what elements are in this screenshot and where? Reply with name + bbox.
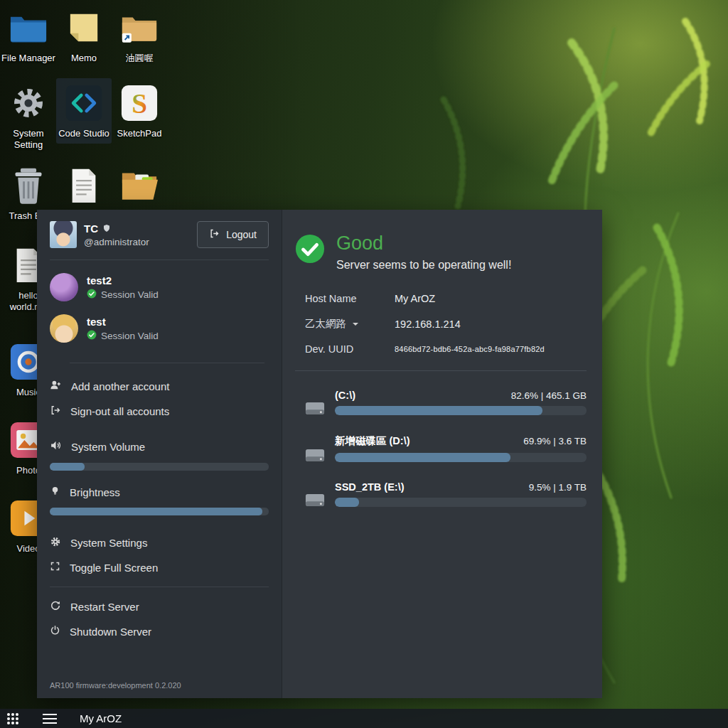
status-title: Good bbox=[336, 232, 511, 255]
network-interface-dropdown[interactable]: 乙太網路 bbox=[305, 317, 395, 331]
hostname-label: Host Name bbox=[305, 293, 395, 304]
desktop-icon-label: Code Studio bbox=[58, 128, 109, 139]
status-check-icon bbox=[295, 234, 325, 267]
signout-all-item[interactable]: Sign-out all accounts bbox=[50, 399, 269, 424]
divider bbox=[50, 259, 269, 260]
firmware-version: AR100 firmware:development 0.2.020 bbox=[50, 674, 269, 690]
logout-icon bbox=[209, 228, 220, 241]
hard-drive-icon bbox=[305, 449, 325, 462]
document-icon bbox=[70, 165, 98, 206]
user-identity: TC @administrator bbox=[84, 223, 149, 247]
account-status: Session Valid bbox=[101, 331, 159, 341]
svg-text:S: S bbox=[132, 88, 147, 119]
speaker-icon bbox=[50, 439, 62, 454]
sign-out-icon bbox=[50, 405, 61, 418]
server-status-panel: Good Server seems to be operating well! … bbox=[282, 210, 602, 698]
menu-label: Brightness bbox=[70, 486, 120, 498]
uuid-row: Dev. UUID 8466bd72-bdb6-452a-abc9-fa98a7… bbox=[295, 343, 587, 355]
fullscreen-icon bbox=[50, 561, 60, 574]
desktop-icon-memo[interactable]: Memo bbox=[56, 3, 112, 68]
menu-label: System Settings bbox=[70, 537, 147, 549]
system-settings-item[interactable]: System Settings bbox=[50, 530, 269, 555]
ip-address-value: 192.168.1.214 bbox=[395, 318, 461, 330]
desktop-icon-label: File Manager bbox=[1, 53, 55, 64]
menu-label: Add another account bbox=[71, 380, 169, 392]
user-header: TC @administrator Logout bbox=[50, 221, 269, 248]
user-menu: TC @administrator Logout test2 Session V… bbox=[37, 210, 282, 698]
uuid-label: Dev. UUID bbox=[305, 343, 395, 355]
network-interface-label: 乙太網路 bbox=[305, 317, 346, 331]
desktop-icon-system-setting[interactable]: System Setting bbox=[1, 78, 56, 154]
disk-usage-bar bbox=[335, 453, 587, 462]
toggle-fullscreen-item[interactable]: Toggle Full Screen bbox=[50, 555, 269, 579]
taskbar: My ArOZ bbox=[0, 709, 728, 728]
chevron-down-icon bbox=[353, 323, 358, 328]
menu-label: Restart Server bbox=[70, 601, 139, 613]
shortcut-folder-icon bbox=[121, 7, 158, 48]
menu-label: System Volume bbox=[71, 441, 145, 453]
brightness-label-row: Brightness bbox=[50, 480, 269, 504]
check-circle-icon bbox=[87, 330, 97, 342]
trash-icon bbox=[11, 165, 46, 206]
sketchpad-icon: S bbox=[121, 82, 158, 124]
hamburger-menu-icon[interactable] bbox=[43, 714, 57, 724]
desktop-icon-shortcut-folder[interactable]: 油圓喔 bbox=[112, 3, 167, 68]
desktop-icon-folder-document[interactable] bbox=[112, 161, 167, 215]
account-name: test bbox=[87, 316, 159, 328]
add-user-icon bbox=[50, 379, 62, 393]
desktop-icon-sketchpad[interactable]: S SketchPad bbox=[112, 78, 167, 144]
gear-icon bbox=[50, 536, 61, 550]
taskbar-title: My ArOZ bbox=[80, 712, 122, 724]
check-circle-icon bbox=[87, 289, 97, 301]
folder-document-icon bbox=[121, 165, 158, 206]
account-item-test2[interactable]: test2 Session Valid bbox=[50, 273, 269, 301]
desktop-icon-document[interactable] bbox=[56, 161, 112, 215]
divider bbox=[70, 363, 264, 363]
account-status: Session Valid bbox=[101, 289, 159, 300]
gear-icon bbox=[10, 82, 47, 124]
uuid-value: 8466bd72-bdb6-452a-abc9-fa98a77fb82d bbox=[395, 345, 545, 353]
brightness-slider[interactable] bbox=[50, 508, 269, 515]
status-header: Good Server seems to be operating well! bbox=[295, 232, 587, 272]
account-avatar bbox=[50, 314, 78, 343]
divider bbox=[295, 370, 587, 371]
desktop-icon-label: SketchPad bbox=[117, 128, 162, 139]
menu-label: Shutdown Server bbox=[70, 626, 151, 638]
power-icon bbox=[50, 625, 60, 638]
restart-server-item[interactable]: Restart Server bbox=[50, 594, 269, 619]
disk-row-c: (C:\) 82.6% | 465.1 GB bbox=[295, 390, 587, 415]
menu-label: Sign-out all accounts bbox=[70, 405, 169, 417]
add-account-item[interactable]: Add another account bbox=[50, 373, 269, 399]
disk-name: SSD_2TB (E:\) bbox=[335, 481, 405, 493]
status-subtitle: Server seems to be operating well! bbox=[336, 259, 511, 272]
disk-row-d: 新增磁碟區 (D:\) 69.9% | 3.6 TB bbox=[295, 434, 587, 462]
lightbulb-icon bbox=[50, 486, 60, 498]
hard-drive-icon bbox=[305, 493, 325, 507]
user-avatar bbox=[50, 221, 77, 248]
folder-icon bbox=[9, 7, 48, 48]
hostname-value: My ArOZ bbox=[395, 293, 435, 304]
user-name: TC bbox=[84, 223, 98, 235]
desktop-icon-label: Memo bbox=[71, 53, 97, 64]
divider bbox=[50, 587, 269, 587]
disk-usage-bar bbox=[335, 406, 587, 415]
account-item-test[interactable]: test Session Valid bbox=[50, 314, 269, 343]
disk-usage-bar bbox=[335, 498, 587, 507]
shutdown-server-item[interactable]: Shutdown Server bbox=[50, 619, 269, 643]
desktop-icon-label: System Setting bbox=[1, 128, 55, 150]
logout-button[interactable]: Logout bbox=[197, 221, 269, 248]
disk-row-e: SSD_2TB (E:\) 9.5% | 1.9 TB bbox=[295, 481, 587, 507]
desktop-icon-label: 油圓喔 bbox=[126, 53, 154, 64]
menu-label: Toggle Full Screen bbox=[70, 562, 158, 574]
memo-icon bbox=[68, 7, 100, 48]
disk-name: (C:\) bbox=[335, 390, 355, 401]
account-avatar bbox=[50, 273, 78, 301]
volume-slider[interactable] bbox=[50, 463, 269, 471]
disk-name: 新增磁碟區 (D:\) bbox=[335, 434, 410, 448]
desktop-icon-code-studio[interactable]: Code Studio bbox=[56, 78, 112, 144]
desktop-icon-file-manager[interactable]: File Manager bbox=[1, 3, 56, 68]
code-icon bbox=[65, 82, 102, 124]
restart-icon bbox=[50, 600, 61, 614]
network-row: 乙太網路 192.168.1.214 bbox=[295, 317, 587, 331]
app-grid-icon[interactable] bbox=[7, 713, 18, 724]
